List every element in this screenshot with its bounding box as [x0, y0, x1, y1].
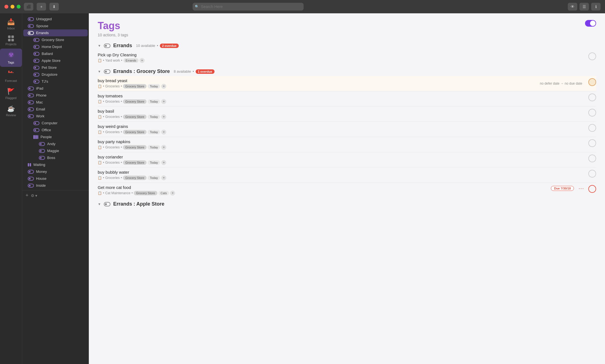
task-more-options-button[interactable]: ⋯: [578, 185, 584, 192]
sidebar-item-tjs[interactable]: TJ's: [23, 78, 88, 85]
sidebar-item-andy[interactable]: Andy: [23, 140, 88, 147]
svg-rect-5: [10, 72, 11, 73]
info-button[interactable]: ℹ: [591, 3, 601, 11]
list-button[interactable]: ☰: [579, 3, 589, 11]
sidebar-item-ballard[interactable]: Ballard: [23, 50, 88, 57]
task-tag-today[interactable]: Today: [148, 176, 160, 180]
nav-tags[interactable]: Tags: [0, 49, 22, 67]
task-tag-grocery[interactable]: Grocery Store: [123, 160, 146, 165]
sidebar-item-drugstore[interactable]: Drugstore: [23, 71, 88, 78]
task-add-tag-button[interactable]: +: [161, 160, 166, 165]
toggle-dot: [590, 21, 596, 26]
sidebar-item-home-depot[interactable]: Home Depot: [23, 43, 88, 50]
task-tag-today[interactable]: Today: [148, 115, 160, 119]
task-tag-grocery[interactable]: Grocery Store: [123, 145, 146, 150]
task-add-tag-button[interactable]: +: [161, 99, 166, 104]
sidebar-item-ipad[interactable]: iPad: [23, 85, 88, 92]
save-button[interactable]: ⬇: [49, 3, 59, 11]
task-add-tag-button[interactable]: +: [161, 114, 166, 119]
task-meta: 📋 • Groceries • Grocery Store Today +: [98, 130, 584, 135]
sidebar-item-apple-store[interactable]: Apple Store: [23, 57, 88, 64]
new-item-button[interactable]: +: [37, 3, 46, 11]
sidebar-item-untagged-label: Untagged: [36, 17, 52, 21]
sidebar-item-grocery-store[interactable]: Grocery Store: [23, 36, 88, 43]
sidebar-item-money[interactable]: Money: [23, 168, 88, 175]
nav-inbox[interactable]: 📥 Inbox: [0, 16, 22, 33]
task-add-tag-button[interactable]: +: [161, 175, 166, 180]
task-tag-grocery[interactable]: Grocery Store: [123, 176, 146, 180]
errands-apple-chevron[interactable]: ▼: [98, 202, 101, 206]
sidebar-item-pet-store[interactable]: Pet Store: [23, 64, 88, 71]
sidebar-item-boss[interactable]: Boss: [23, 154, 88, 161]
apple-store-tag-icon: [33, 59, 39, 63]
task-add-tag-button[interactable]: +: [161, 130, 166, 135]
close-button[interactable]: [4, 5, 8, 9]
sidebar-item-inside[interactable]: Inside: [23, 182, 88, 189]
maximize-button[interactable]: [17, 5, 21, 9]
nav-projects[interactable]: Projects: [0, 33, 22, 49]
minimize-button[interactable]: [11, 5, 14, 9]
nav-review[interactable]: ☕ Review: [0, 102, 22, 120]
errands-grocery-section-meta: 8 available • 1 overdue: [174, 69, 215, 74]
task-checkbox[interactable]: [588, 109, 596, 117]
view-toggle[interactable]: [585, 20, 596, 27]
task-tag-grocery[interactable]: Grocery Store: [134, 191, 157, 195]
task-tag-today[interactable]: Today: [148, 130, 160, 134]
task-tag-today[interactable]: Today: [148, 145, 160, 150]
task-content: buy party napkins 📋 • Groceries • Grocer…: [98, 139, 584, 150]
sidebar-toggle-button[interactable]: ⬛: [24, 3, 33, 11]
errands-chevron[interactable]: ▼: [98, 44, 101, 48]
sidebar-item-people[interactable]: People: [23, 133, 88, 140]
task-checkbox[interactable]: [588, 52, 596, 60]
sidebar-item-house[interactable]: House: [23, 175, 88, 182]
task-checkbox[interactable]: [588, 93, 596, 101]
task-content: Pick up Dry Cleaning 📋 • Yard work • Err…: [98, 52, 584, 63]
nav-forecast[interactable]: Forecast: [0, 67, 22, 85]
task-meta: 📋 • Groceries • Grocery Store Today +: [98, 84, 584, 89]
sidebar-item-phone[interactable]: Phone: [23, 92, 88, 99]
task-checkbox-overdue[interactable]: [588, 185, 596, 193]
task-tag-grocery[interactable]: Grocery Store: [123, 130, 146, 134]
sidebar-settings-button[interactable]: ⚙ ▾: [31, 193, 37, 198]
search-input[interactable]: [193, 3, 304, 11]
projects-icon: [8, 36, 14, 41]
eye-button[interactable]: 👁: [568, 3, 577, 11]
task-tag-grocery[interactable]: Grocery Store: [123, 84, 146, 89]
task-title: buy party napkins: [98, 139, 584, 144]
sidebar-item-errands-label: Errands: [36, 31, 49, 35]
sidebar-add-button[interactable]: +: [26, 193, 29, 198]
svg-rect-4: [8, 71, 9, 73]
task-add-tag-button[interactable]: +: [140, 58, 145, 63]
task-checkbox[interactable]: [588, 155, 596, 162]
errands-grocery-overdue-badge: 1 overdue: [196, 69, 215, 74]
sidebar-item-spouse[interactable]: Spouse: [23, 22, 88, 29]
nav-flagged[interactable]: 🚩 Flagged: [0, 85, 22, 102]
traffic-lights: [4, 5, 21, 9]
task-checkbox[interactable]: [588, 78, 596, 86]
sidebar-item-work[interactable]: Work: [23, 113, 88, 120]
task-tag-grocery[interactable]: Grocery Store: [123, 99, 146, 104]
task-tag-today[interactable]: Today: [148, 160, 160, 165]
task-tag-today[interactable]: Today: [148, 84, 160, 89]
sidebar-item-mac[interactable]: Mac: [23, 99, 88, 106]
errands-grocery-available: 8 available: [174, 69, 191, 74]
task-tag-cats[interactable]: Cats: [158, 191, 169, 195]
task-checkbox[interactable]: [588, 124, 596, 132]
task-tag-errands[interactable]: Errands: [123, 58, 139, 63]
task-add-tag-button[interactable]: +: [161, 84, 166, 89]
task-add-tag-button[interactable]: +: [161, 145, 166, 150]
task-checkbox[interactable]: [588, 170, 596, 178]
sidebar-item-untagged[interactable]: Untagged: [23, 16, 88, 22]
sidebar-item-office[interactable]: Office: [23, 127, 88, 133]
errands-grocery-chevron[interactable]: ▼: [98, 70, 101, 74]
sidebar-item-email[interactable]: Email: [23, 106, 88, 113]
task-add-tag-button[interactable]: +: [170, 191, 175, 196]
task-tag-grocery[interactable]: Grocery Store: [123, 115, 146, 119]
sidebar-item-computer[interactable]: Computer: [23, 120, 88, 127]
sidebar-item-maggie[interactable]: Maggie: [23, 147, 88, 154]
sidebar-item-waiting[interactable]: Waiting: [23, 161, 88, 168]
search-container: [193, 3, 304, 11]
task-checkbox[interactable]: [588, 139, 596, 147]
task-tag-today[interactable]: Today: [148, 99, 160, 104]
sidebar-item-errands[interactable]: Errands: [23, 29, 88, 36]
